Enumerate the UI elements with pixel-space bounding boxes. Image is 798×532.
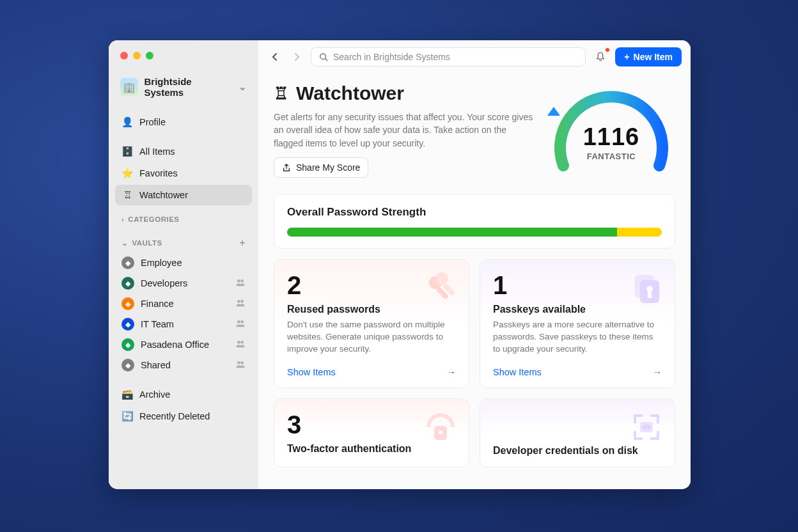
link-label: Show Items [287,367,336,377]
plus-icon: + [624,52,629,62]
sidebar-item-recently-deleted[interactable]: 🔄 Recently Deleted [115,406,252,426]
svg-point-13 [435,272,448,285]
search-input[interactable]: Search in Brightside Systems [311,47,586,66]
vault-label: Pasadena Office [141,340,209,350]
sidebar-item-label: Archive [139,389,170,400]
svg-point-9 [240,361,244,364]
tile-illustration-icon [423,270,458,306]
sidebar-item-label: Favorites [139,168,178,178]
back-button[interactable] [267,49,283,65]
chevron-right-icon [121,215,124,223]
strength-bar [287,228,662,237]
show-items-link[interactable]: Show Items→ [493,367,662,377]
new-item-label: New Item [634,52,673,62]
svg-point-7 [240,341,244,344]
vault-icon: ◆ [121,359,134,372]
show-items-link[interactable]: Show Items→ [287,367,456,377]
vault-item[interactable]: ◆Shared [115,355,252,375]
arrow-right-icon [292,52,302,62]
score-label: FANTASTIC [547,152,675,161]
account-icon: 🏢 [120,78,138,96]
tile-body: Don't use the same password on multiple … [287,319,456,356]
shared-icon [235,278,246,289]
main-panel: Search in Brightside Systems + New Item … [258,40,691,489]
categories-label: CATEGORIES [128,215,179,223]
score-gauge: 1116 FANTASTIC [547,82,675,181]
content-area: ♖ Watchtower Get alerts for any security… [258,74,691,489]
share-score-button[interactable]: Share My Score [274,157,368,178]
window-controls [115,49,252,71]
svg-text:</>: </> [642,424,652,431]
alert-tiles-grid: 2Reused passwordsDon't use the same pass… [274,259,675,467]
svg-rect-18 [648,292,652,298]
vault-icon: ◆ [121,277,134,290]
strength-title: Overall Password Strength [287,206,662,219]
sidebar-item-label: Recently Deleted [139,411,210,421]
svg-point-1 [240,279,244,283]
svg-point-8 [237,361,240,364]
star-icon: ⭐ [121,168,133,179]
rook-icon: ♖ [274,84,288,104]
score-value: 1116 [547,123,675,151]
sidebar-item-profile[interactable]: 👤 Profile [115,112,252,132]
maximize-window-button[interactable] [146,52,153,59]
rook-icon: ♖ [121,189,133,201]
svg-point-4 [237,320,240,324]
svg-point-20 [439,430,442,434]
shared-icon [235,299,246,309]
chevron-down-icon [121,239,129,247]
arrow-left-icon [270,52,280,62]
arrow-right-icon: → [447,367,457,377]
vault-icon: ◆ [121,256,134,269]
page-title-text: Watchtower [296,82,404,104]
vault-item[interactable]: ◆Employee [115,253,252,273]
sidebar-item-label: Watchtower [139,190,188,200]
svg-point-6 [237,341,240,344]
account-switcher[interactable]: 🏢 Brightside Systems [115,71,252,103]
vault-item[interactable]: ◆Finance [115,293,252,314]
page-title: ♖ Watchtower [274,82,535,104]
account-name: Brightside Systems [145,76,233,98]
svg-point-0 [237,279,240,283]
arrow-right-icon: → [653,367,662,377]
sidebar-item-favorites[interactable]: ⭐ Favorites [115,163,252,184]
vault-label: Employee [141,258,182,268]
tile-illustration-icon [629,270,664,306]
sidebar-item-label: Profile [139,117,166,127]
vault-item[interactable]: ◆IT Team [115,314,252,334]
add-vault-button[interactable]: + [239,237,246,249]
vaults-section-toggle[interactable]: VAULTS + [115,227,252,253]
vault-icon: ◆ [121,297,134,310]
tile-illustration-icon [423,409,458,445]
forward-button[interactable] [289,49,304,65]
categories-section-toggle[interactable]: CATEGORIES [115,205,252,227]
search-placeholder: Search in Brightside Systems [333,52,450,62]
share-label: Share My Score [296,162,360,173]
vault-label: Shared [141,360,171,370]
alert-tile: 1Passkeys availablePasskeys are a more s… [480,259,675,388]
svg-point-2 [237,300,240,303]
share-icon [282,163,291,172]
notifications-button[interactable] [592,49,609,65]
all-items-icon: 🗄️ [121,146,133,157]
vault-item[interactable]: ◆Developers [115,273,252,293]
svg-point-5 [240,320,244,324]
svg-point-3 [240,300,244,303]
tile-illustration-icon: </> [629,409,664,445]
strength-segment-fair [617,228,662,237]
app-window: 🏢 Brightside Systems 👤 Profile 🗄️ All It… [109,40,691,489]
vault-icon: ◆ [121,318,134,331]
notification-badge [605,47,610,52]
search-icon [319,52,328,61]
sidebar-item-all-items[interactable]: 🗄️ All Items [115,141,252,162]
new-item-button[interactable]: + New Item [615,47,682,66]
sidebar-item-archive[interactable]: 🗃️ Archive [115,384,252,405]
vault-item[interactable]: ◆Pasadena Office [115,334,252,355]
svg-point-17 [646,286,653,292]
close-window-button[interactable] [120,52,128,59]
sidebar-item-watchtower[interactable]: ♖ Watchtower [115,185,252,205]
minimize-window-button[interactable] [133,52,141,59]
link-label: Show Items [493,367,542,377]
alert-tile: 3Two-factor authentication [274,398,469,467]
trash-icon: 🔄 [121,411,133,422]
